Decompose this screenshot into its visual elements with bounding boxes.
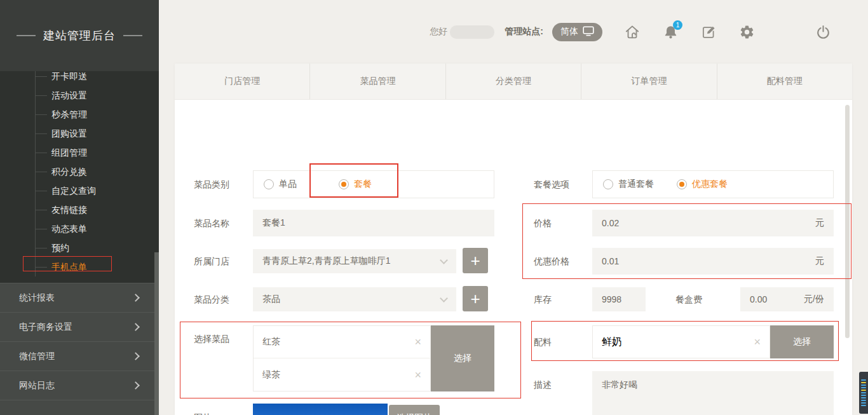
username-redacted [450,25,494,39]
notifications-bell-icon[interactable]: 1 [662,24,679,40]
close-icon[interactable]: × [414,369,421,381]
site-label: 管理站点: [505,26,543,37]
sidebar-section-ecommerce[interactable]: 电子商务设置 [0,312,159,341]
radio-normal-combo[interactable]: 普通套餐 [603,179,654,190]
sidebar-item-group-management[interactable]: 组团管理 [36,143,159,162]
chevron-right-icon [132,352,140,360]
store-select[interactable]: 青青原上草2,青青原上草咖啡厅1 [253,249,456,273]
sidebar-item-seckill[interactable]: 秒杀管理 [36,105,159,124]
tab-store-management[interactable]: 门店管理 [175,64,310,99]
radio-label: 套餐 [354,179,372,190]
discount-price-label: 优惠价格 [534,256,569,268]
sidebar-item-reservation[interactable]: 预约 [36,238,159,257]
sidebar-item-activity-settings[interactable]: 活动设置 [36,86,159,105]
sidebar-section-site-logs[interactable]: 网站日志 [0,371,159,400]
dish-name-input[interactable]: 套餐1 [253,210,494,236]
price-label: 价格 [534,218,552,229]
combo-option-radio-group: 普通套餐 优惠套餐 [592,170,834,198]
tab-ingredient-management[interactable]: 配料管理 [717,64,852,99]
sidebar-item-dynamic-forms[interactable]: 动态表单 [36,219,159,238]
chevron-right-icon [132,381,140,390]
stock-label: 库存 [534,294,552,306]
radio-icon [677,179,687,189]
radio-label: 普通套餐 [618,179,654,190]
radio-icon [264,179,274,189]
chevron-down-icon [440,294,448,303]
content-panel: 门店管理 菜品管理 分类管理 订单管理 配料管理 菜品类别 单品 套餐 菜品名称… [175,64,852,415]
category-label: 菜品类别 [194,179,229,191]
language-site-button[interactable]: 简体 [552,23,602,41]
select-image-button[interactable]: 选择图片 [389,405,440,415]
dish-item-label: 红茶 [262,336,280,348]
monitor-icon [583,26,594,38]
sidebar-title: 建站管理后台 [0,0,159,71]
power-logout-icon[interactable] [815,24,831,40]
select-dishes-button[interactable]: 选择 [431,325,494,391]
sidebar-item-mobile-ordering[interactable]: 手机点单 [36,257,159,276]
dish-image-thumbnail [253,404,388,415]
dish-list-item: 绿茶 × [254,358,430,391]
notification-count-badge: 1 [673,20,682,30]
stock-value: 9998 [602,294,621,304]
sidebar-scrollbar[interactable] [154,252,159,415]
boxfee-value: 0.00 [750,294,767,304]
close-icon[interactable]: × [414,336,421,348]
home-icon[interactable] [624,24,641,40]
ingredient-value: 鲜奶 [602,336,622,349]
add-store-button[interactable]: + [463,248,488,273]
sidebar-item-custom-query[interactable]: 自定义查询 [36,181,159,200]
content-scrollbar[interactable] [845,105,850,338]
app-title: 建站管理后台 [43,28,116,43]
edit-compose-icon[interactable] [700,24,717,40]
dish-name-label: 菜品名称 [194,218,229,229]
sidebar-item-friend-links[interactable]: 友情链接 [36,200,159,219]
store-label: 所属门店 [194,256,229,268]
title-decoration-line [123,35,142,36]
title-decoration-line [17,35,36,36]
language-label: 简体 [560,26,578,37]
sidebar-section-statistics[interactable]: 统计报表 [0,283,159,312]
tab-order-management[interactable]: 订单管理 [581,64,717,99]
sidebar-item-groupbuy-settings[interactable]: 团购设置 [36,124,159,143]
category-radio-group: 单品 套餐 [253,170,494,198]
classification-label: 菜品分类 [194,294,229,306]
top-header: 您好 管理站点: 简体 1 [159,0,868,64]
description-textarea[interactable]: 非常好喝 [592,371,834,415]
discount-price-input[interactable]: 0.01 元 [592,248,834,275]
ingredient-input[interactable]: 鲜奶 × [592,325,770,358]
dish-edit-form: 菜品类别 单品 套餐 菜品名称 套餐1 所属门店 青青原上草2,青青原上草咖啡厅… [175,100,852,415]
sidebar-item-points-exchange[interactable]: 积分兑换 [36,162,159,181]
tab-category-management[interactable]: 分类管理 [446,64,581,99]
radio-discount-combo[interactable]: 优惠套餐 [677,179,728,190]
image-label: 图片 [194,412,212,415]
classification-select[interactable]: 茶品 [253,287,456,311]
radio-icon [339,179,349,189]
combo-option-label: 套餐选项 [534,179,569,191]
section-label: 电子商务设置 [19,322,72,333]
radio-combo-meal[interactable]: 套餐 [339,179,372,190]
settings-gear-icon[interactable] [738,24,755,40]
chevron-down-icon [440,256,448,264]
stock-input[interactable]: 9998 [592,287,646,311]
price-input[interactable]: 0.02 元 [592,210,834,236]
radio-icon [603,179,613,189]
dish-name-value: 套餐1 [262,217,285,229]
price-unit: 元 [815,217,824,229]
close-icon[interactable]: × [754,336,761,348]
price-value: 0.02 [602,218,619,228]
apps-grid-icon[interactable] [776,24,793,40]
section-label: 网站日志 [19,380,55,391]
tab-dish-management[interactable]: 菜品管理 [310,64,445,99]
radio-single-dish[interactable]: 单品 [264,179,297,190]
discount-price-unit: 元 [815,255,824,267]
discount-price-value: 0.01 [602,256,619,266]
select-ingredient-button[interactable]: 选择 [770,325,834,358]
add-classification-button[interactable]: + [463,286,488,311]
sidebar: 建站管理后台 开卡即送 活动设置 秒杀管理 团购设置 组团管理 积分兑换 自定义… [0,0,159,415]
equalizer-widget[interactable] [859,372,868,414]
description-label: 描述 [534,379,552,391]
description-value: 非常好喝 [602,379,637,390]
sidebar-section-wechat[interactable]: 微信管理 [0,341,159,371]
section-label: 统计报表 [19,292,55,304]
boxfee-input[interactable]: 0.00 元/份 [740,287,834,311]
